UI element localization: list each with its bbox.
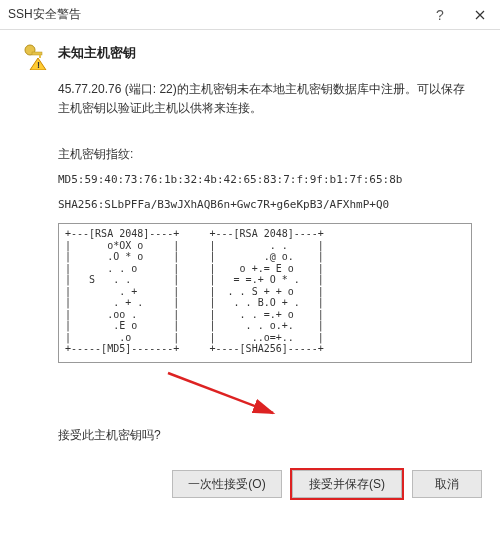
svg-line-5 — [168, 373, 273, 413]
confirm-question: 接受此主机密钥吗? — [58, 427, 476, 444]
dialog-body-text: 45.77.20.76 (端口: 22)的主机密钥未在本地主机密钥数据库中注册。… — [58, 80, 476, 118]
button-row: 一次性接受(O) 接受并保存(S) 取消 — [0, 470, 500, 508]
help-button[interactable]: ? — [420, 0, 460, 30]
titlebar: SSH安全警告 ? — [0, 0, 500, 30]
svg-rect-2 — [39, 55, 41, 58]
ascii-art-box: +---[RSA 2048]----+ +---[RSA 2048]----+ … — [58, 223, 472, 363]
close-button[interactable] — [460, 0, 500, 30]
svg-text:!: ! — [37, 60, 40, 70]
annotation-arrow — [58, 363, 476, 423]
svg-rect-1 — [32, 52, 42, 55]
cancel-button[interactable]: 取消 — [412, 470, 482, 498]
md5-fingerprint: MD5:59:40:73:76:1b:32:4b:42:65:83:7:f:9f… — [58, 173, 476, 186]
sha256-fingerprint: SHA256:SLbPFFa/B3wJXhAQB6n+Gwc7R+g6eKpB3… — [58, 198, 476, 211]
dialog-content: ! 未知主机密钥 45.77.20.76 (端口: 22)的主机密钥未在本地主机… — [0, 30, 500, 470]
window-title: SSH安全警告 — [8, 6, 420, 23]
warning-key-icon: ! — [20, 42, 48, 70]
accept-once-button[interactable]: 一次性接受(O) — [172, 470, 282, 498]
close-icon — [475, 10, 485, 20]
fingerprint-label: 主机密钥指纹: — [58, 146, 476, 163]
dialog-heading: 未知主机密钥 — [58, 42, 136, 70]
accept-save-button[interactable]: 接受并保存(S) — [292, 470, 402, 498]
